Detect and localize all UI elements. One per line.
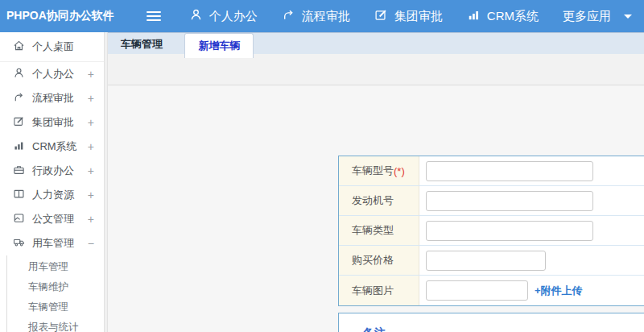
- expand-plus-icon[interactable]: +: [88, 189, 94, 201]
- menu-toggle-icon[interactable]: [147, 11, 161, 21]
- edit-square-icon: [13, 115, 32, 130]
- new-vehicle-form: 车辆型号(*) 发动机号 车辆类型 购买价格 车辆图片: [338, 156, 644, 306]
- book-icon: [13, 188, 32, 202]
- phpoa-app: PHPOA协同办公软件 个人办公 流程审批 集团审批 CRM系统 更多应用: [0, 0, 644, 332]
- bar-chart-icon: [13, 139, 32, 154]
- user-icon: [189, 8, 203, 24]
- flow-arrow-icon: [13, 91, 32, 106]
- sidebar-item-admin-office[interactable]: 行政办公 +: [0, 159, 104, 183]
- sidebar-item-vehicle-management[interactable]: 用车管理 −: [0, 231, 104, 255]
- sidebar-item-desktop[interactable]: 个人桌面: [0, 32, 104, 62]
- flow-arrow-icon: [282, 8, 295, 24]
- expand-plus-icon[interactable]: +: [88, 164, 94, 177]
- field-label-vehicle-model: 车辆型号(*): [339, 156, 419, 185]
- sidebar-item-hr[interactable]: 人力资源 +: [0, 183, 104, 207]
- edit-square-icon: [374, 8, 388, 24]
- engine-number-input[interactable]: [426, 191, 593, 211]
- expand-plus-icon[interactable]: +: [88, 213, 94, 226]
- nav-crm[interactable]: CRM系统: [455, 0, 551, 32]
- sidebar-item-group-approval[interactable]: 集团审批 +: [0, 110, 104, 135]
- expand-plus-icon[interactable]: +: [88, 92, 94, 105]
- remarks-title: 备注: [363, 326, 644, 332]
- nav-label: 更多应用: [563, 9, 611, 24]
- expand-plus-icon[interactable]: +: [88, 116, 94, 129]
- document-icon: [13, 212, 32, 226]
- attachment-upload-link[interactable]: +附件上传: [535, 284, 583, 298]
- vehicle-submenu: 用车管理 车辆维护 车辆管理 报表与统计: [6, 255, 104, 332]
- sidebar-item-personal-office[interactable]: 个人办公 +: [0, 62, 104, 86]
- nav-label: CRM系统: [487, 9, 539, 24]
- field-label-vehicle-image: 车辆图片: [339, 276, 419, 305]
- tab-new-vehicle[interactable]: 新增车辆: [184, 33, 254, 58]
- truck-icon: [13, 236, 32, 251]
- nav-personal-office[interactable]: 个人办公: [177, 0, 270, 32]
- sidebar-item-documents[interactable]: 公文管理 +: [0, 207, 104, 231]
- form-row: 购买价格: [339, 246, 644, 276]
- caret-down-icon: [624, 15, 632, 19]
- nav-more-apps[interactable]: 更多应用: [551, 0, 644, 32]
- nav-label: 集团审批: [394, 9, 443, 24]
- top-nav: 个人办公 流程审批 集团审批 CRM系统 更多应用: [177, 0, 644, 32]
- content-area: 车辆型号(*) 发动机号 车辆类型 购买价格 车辆图片: [108, 85, 644, 332]
- vehicle-model-input[interactable]: [426, 161, 593, 181]
- field-label-purchase-price: 购买价格: [339, 246, 419, 275]
- form-row: 发动机号: [339, 186, 644, 216]
- sidebar: 个人桌面 个人办公 + 流程审批 + 集团审批 + CRM系统 + 行政办公 +: [0, 32, 104, 332]
- expand-plus-icon[interactable]: +: [88, 68, 94, 81]
- submenu-item-vehicle-use[interactable]: 用车管理: [7, 257, 104, 277]
- nav-group-approval[interactable]: 集团审批: [362, 0, 455, 32]
- nav-workflow-approval[interactable]: 流程审批: [270, 0, 362, 32]
- app-logo: PHPOA协同办公软件: [0, 9, 106, 23]
- nav-label: 个人办公: [209, 9, 258, 24]
- field-label-engine-number: 发动机号: [339, 186, 419, 215]
- bar-chart-icon: [467, 8, 481, 24]
- nav-label: 流程审批: [302, 9, 350, 24]
- submenu-item-reports-stats[interactable]: 报表与统计: [7, 317, 104, 332]
- home-icon: [13, 39, 32, 54]
- required-mark: (*): [394, 165, 405, 177]
- vehicle-type-input[interactable]: [426, 221, 593, 241]
- sidebar-item-workflow-approval[interactable]: 流程审批 +: [0, 86, 104, 110]
- expand-plus-icon[interactable]: +: [88, 140, 94, 153]
- tab-bar: 车辆管理 新增车辆: [108, 32, 644, 54]
- field-label-vehicle-type: 车辆类型: [339, 216, 419, 245]
- sidebar-item-crm[interactable]: CRM系统 +: [0, 135, 104, 159]
- form-row: 车辆类型: [339, 216, 644, 246]
- user-icon: [13, 67, 32, 81]
- briefcase-icon: [13, 164, 32, 178]
- toolbar-band: [108, 54, 644, 85]
- tab-vehicle-manage[interactable]: 车辆管理: [108, 33, 175, 55]
- collapse-minus-icon[interactable]: −: [88, 237, 94, 250]
- main-area: 车辆管理 新增车辆 车辆型号(*) 发动机号 车辆类型: [108, 32, 644, 332]
- submenu-item-vehicle-manage[interactable]: 车辆管理: [7, 297, 104, 317]
- topbar: PHPOA协同办公软件 个人办公 流程审批 集团审批 CRM系统 更多应用: [0, 0, 644, 32]
- submenu-item-vehicle-maintenance[interactable]: 车辆维护: [7, 277, 104, 297]
- form-row: 车辆图片 +附件上传: [339, 276, 644, 305]
- form-row: 车辆型号(*): [339, 156, 644, 186]
- vehicle-image-input[interactable]: [426, 280, 528, 301]
- purchase-price-input[interactable]: [426, 251, 546, 271]
- remarks-panel: 备注 B I abc 123 ”: [338, 313, 644, 332]
